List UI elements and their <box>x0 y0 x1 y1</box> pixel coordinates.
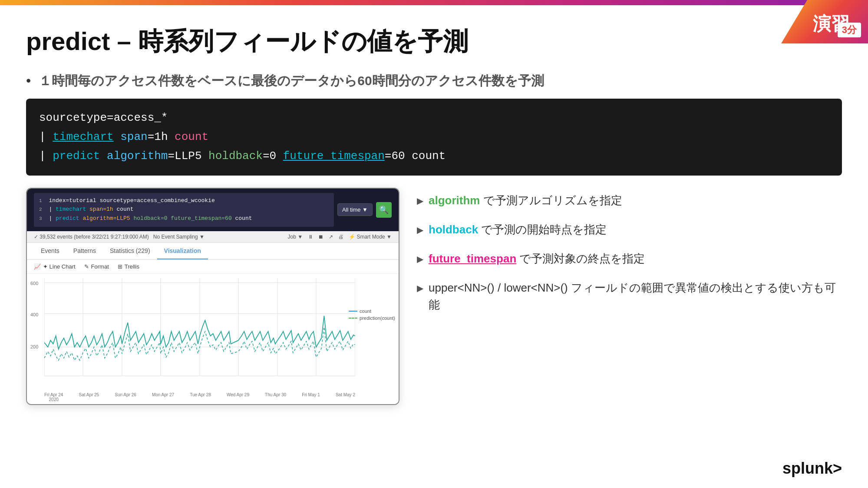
tab-statistics[interactable]: Statistics (229) <box>103 243 157 259</box>
x-label-sun-apr26: Sun Apr 26 <box>115 392 136 402</box>
right-column: ▶ algorithm で予測アルゴリズムを指定 ▶ holdback で予測の… <box>417 188 842 325</box>
page-title: predict – 時系列フィールドの値を予測 <box>26 25 842 59</box>
chart-x-labels: Fri Apr 242020 Sat Apr 25 Sun Apr 26 Mon… <box>44 392 355 402</box>
right-bullet-algorithm: ▶ algorithm で予測アルゴリズムを指定 <box>417 192 842 209</box>
main-content: predict – 時系列フィールドの値を予測 • １時間毎のアクセス件数をベー… <box>0 5 868 488</box>
x-label-mon-apr27: Mon Apr 27 <box>152 392 174 402</box>
smart-mode-dropdown[interactable]: ⚡ Smart Mode ▼ <box>349 234 392 240</box>
x-label-tue-apr28: Tue Apr 28 <box>190 392 211 402</box>
arrow-icon-2: ▶ <box>417 223 423 236</box>
right-bullet-holdback: ▶ holdback で予測の開始時点を指定 <box>417 221 842 238</box>
splunk-query-input[interactable]: 1 index=tutorial sourcetype=access_combi… <box>34 193 334 227</box>
bullet-dot: • <box>26 73 31 89</box>
x-label-sat-may2: Sat May 2 <box>336 392 355 402</box>
legend-prediction: prediction(count) <box>349 315 395 321</box>
prediction-legend-label: prediction(count) <box>360 315 395 321</box>
y-label-600: 600 <box>30 281 38 286</box>
viz-toolbar: 📈 ✦ Line Chart ✎ Format ⊞ Trellis <box>27 260 399 274</box>
rb-text-1: algorithm で予測アルゴリズムを指定 <box>429 192 842 209</box>
chart-area: 600 400 200 <box>27 274 399 404</box>
x-label-sat-apr25: Sat Apr 25 <box>79 392 99 402</box>
y-label-200: 200 <box>30 344 38 349</box>
time-range-select[interactable]: All time ▼ <box>337 203 373 216</box>
bullet-text: １時間毎のアクセス件数をベースに最後のデータから60時間分のアクセス件数を予測 <box>39 72 544 90</box>
code-line-2: | timechart span=1h count <box>39 127 829 146</box>
event-count: ✓ 39,532 events (before 3/22/21 9:27:19:… <box>34 234 149 240</box>
meta-left: ✓ 39,532 events (before 3/22/21 9:27:19:… <box>34 234 205 240</box>
x-label-thu-apr30: Thu Apr 30 <box>265 392 286 402</box>
line-chart-button[interactable]: 📈 ✦ Line Chart <box>34 263 76 270</box>
splunk-screenshot: 1 index=tutorial sourcetype=access_combi… <box>26 188 399 405</box>
splunk-logo-text: splunk> <box>782 459 842 477</box>
prediction-legend-line <box>349 318 357 319</box>
splunk-meta-bar: ✓ 39,532 events (before 3/22/21 9:27:19:… <box>27 231 399 243</box>
code-algorithm-key: algorithm <box>107 149 168 163</box>
code-timechart: timechart <box>53 130 113 143</box>
print-btn[interactable]: 🖨 <box>338 234 343 240</box>
splunk-tabs: Events Patterns Statistics (229) Visuali… <box>27 243 399 260</box>
two-col-layout: 1 index=tutorial sourcetype=access_combi… <box>26 188 842 405</box>
search-icon: 🔍 <box>379 205 389 215</box>
line-chart-icon: 📈 <box>34 263 41 270</box>
arrow-icon-4: ▶ <box>417 282 423 295</box>
rb-text-2: holdback で予測の開始時点を指定 <box>429 221 842 238</box>
rb-text-3: future_timespan で予測対象の終点を指定 <box>429 250 842 267</box>
splunk-logo: splunk> <box>782 459 842 478</box>
query-line-2: 2 | timechart span=1h count <box>39 205 329 214</box>
code-line-1: sourcetype=access_* <box>39 108 829 127</box>
code-holdback-key: holdback <box>208 149 263 163</box>
pause-btn[interactable]: ⏸ <box>308 234 313 240</box>
trellis-button[interactable]: ⊞ Trellis <box>118 263 139 270</box>
splunk-query-bar: 1 index=tutorial sourcetype=access_combi… <box>34 193 392 227</box>
trellis-label: Trellis <box>125 263 139 270</box>
x-label-fri-may1: Fri May 1 <box>302 392 320 402</box>
rb-text-4: upper<NN>() / lower<NN>() フィールドの範囲で異常値の検… <box>429 279 842 313</box>
stop-btn[interactable]: ⏹ <box>318 234 323 240</box>
format-button[interactable]: ✎ Format <box>84 263 109 270</box>
legend-count: count <box>349 309 395 314</box>
top-gradient-bar <box>0 0 868 5</box>
chart-svg <box>44 278 355 380</box>
x-label-wed-apr29: Wed Apr 29 <box>227 392 249 402</box>
algorithm-highlight: algorithm <box>429 194 480 207</box>
search-button[interactable]: 🔍 <box>376 202 392 218</box>
trellis-icon: ⊞ <box>118 263 122 270</box>
right-bullet-upper-lower: ▶ upper<NN>() / lower<NN>() フィールドの範囲で異常値… <box>417 279 842 313</box>
meta-right: Job ▼ ⏸ ⏹ ↗ 🖨 ⚡ Smart Mode ▼ <box>288 234 392 240</box>
arrow-icon-1: ▶ <box>417 194 423 207</box>
tab-patterns[interactable]: Patterns <box>66 243 103 259</box>
tab-visualization[interactable]: Visualization <box>157 243 208 259</box>
code-count1: count <box>175 130 208 143</box>
holdback-highlight: holdback <box>429 223 478 236</box>
code-future-timespan: future_timespan <box>283 149 385 163</box>
chart-legend: count prediction(count) <box>349 309 395 322</box>
query-line-3: 3 | predict algorithm=LLP5 holdback=0 fu… <box>39 214 329 223</box>
arrow-icon-3: ▶ <box>417 252 423 266</box>
count-legend-label: count <box>360 309 371 314</box>
format-label: Format <box>91 263 109 270</box>
code-line-3: | predict algorithm=LLP5 holdback=0 futu… <box>39 146 829 166</box>
share-btn[interactable]: ↗ <box>329 234 333 240</box>
x-label-fri-apr24: Fri Apr 242020 <box>44 392 63 402</box>
code-sourcetype: sourcetype=access_* <box>39 111 168 124</box>
code-span-key: span <box>120 130 147 143</box>
code-predict: predict <box>53 149 100 163</box>
right-bullet-future-timespan: ▶ future_timespan で予測対象の終点を指定 <box>417 250 842 267</box>
sampling-dropdown[interactable]: No Event Sampling ▼ <box>153 234 205 240</box>
y-label-400: 400 <box>30 312 38 317</box>
count-legend-line <box>349 311 357 312</box>
format-icon: ✎ <box>84 263 89 270</box>
job-dropdown[interactable]: Job ▼ <box>288 234 303 240</box>
code-block: sourcetype=access_* | timechart span=1h … <box>26 99 842 176</box>
future-timespan-highlight: future_timespan <box>429 252 516 265</box>
splunk-header: 1 index=tutorial sourcetype=access_combi… <box>27 189 399 231</box>
intro-bullet: • １時間毎のアクセス件数をベースに最後のデータから60時間分のアクセス件数を予… <box>26 72 842 90</box>
line-chart-label: ✦ Line Chart <box>43 263 76 270</box>
query-line-1: 1 index=tutorial sourcetype=access_combi… <box>39 196 329 206</box>
tab-events[interactable]: Events <box>34 243 66 259</box>
